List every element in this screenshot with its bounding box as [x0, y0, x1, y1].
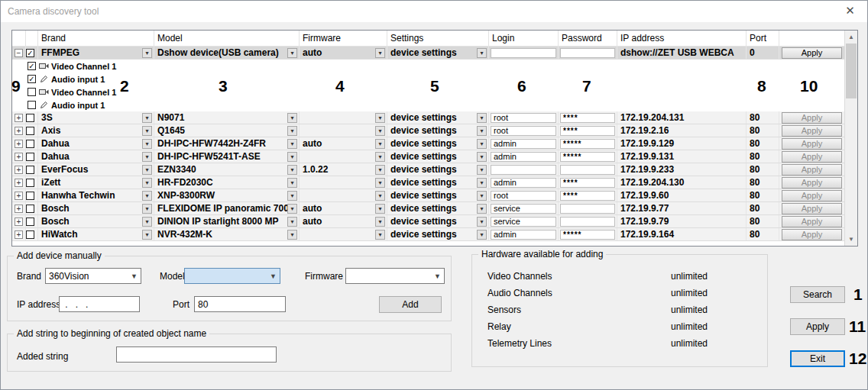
collapse-toggle[interactable]: −	[15, 49, 23, 57]
model-select[interactable]: NVR-432M-K▾	[154, 228, 300, 240]
search-button[interactable]: Search	[790, 286, 845, 303]
device-row[interactable]: +iZett▾HR-FD2030C▾▾device settings▾admin…	[12, 176, 844, 189]
settings-select[interactable]: device settings▾	[387, 111, 489, 124]
dropdown-arrow-icon[interactable]: ▾	[287, 152, 297, 162]
password-input[interactable]	[560, 204, 615, 214]
port-value[interactable]: 80	[747, 189, 779, 201]
dropdown-arrow-icon[interactable]: ▾	[142, 217, 152, 227]
dropdown-arrow-icon[interactable]: ▾	[142, 113, 152, 123]
firmware-select[interactable]: ▾	[300, 124, 387, 137]
device-checkbox[interactable]	[26, 205, 34, 213]
dropdown-arrow-icon[interactable]: ▾	[375, 113, 385, 123]
login-input[interactable]: admin	[491, 230, 556, 240]
dropdown-arrow-icon[interactable]: ▾	[477, 126, 487, 136]
dropdown-arrow-icon[interactable]: ▾	[287, 191, 297, 201]
dropdown-arrow-icon[interactable]: ▾	[477, 178, 487, 188]
firmware-select[interactable]: auto▾	[300, 47, 387, 59]
firmware-select[interactable]: ▾	[300, 189, 387, 201]
model-select[interactable]: Dshow device(USB camera)▾	[154, 47, 300, 59]
login-input[interactable]: root	[491, 191, 556, 201]
device-checkbox[interactable]	[26, 218, 34, 226]
dropdown-arrow-icon[interactable]: ▾	[375, 204, 385, 214]
port-value[interactable]: 80	[747, 111, 779, 124]
scrollbar-thumb[interactable]	[846, 44, 857, 98]
model-select[interactable]: DH-IPC-HFW7442H-Z4FR▾	[154, 137, 300, 150]
model-select[interactable]: EZN3340▾	[154, 163, 300, 176]
device-row[interactable]: +Bosch▾FLEXIDOME IP panoramic 7000▾auto▾…	[12, 202, 844, 215]
settings-select[interactable]: device settings▾	[387, 228, 489, 240]
dropdown-arrow-icon[interactable]: ▾	[287, 48, 297, 58]
expand-toggle[interactable]: +	[15, 127, 23, 135]
port-input[interactable]: 80	[194, 296, 286, 312]
firmware-select[interactable]: ▾	[300, 228, 387, 240]
chevron-down-icon[interactable]: ▼	[267, 269, 280, 283]
firmware-select[interactable]: auto▾	[300, 202, 387, 214]
password-input[interactable]: ****	[560, 178, 615, 188]
expand-toggle[interactable]: +	[15, 179, 23, 187]
password-input[interactable]	[560, 217, 615, 227]
port-value[interactable]: 80	[747, 202, 779, 214]
dropdown-arrow-icon[interactable]: ▾	[287, 139, 297, 149]
dropdown-arrow-icon[interactable]: ▾	[477, 113, 487, 123]
brand-select[interactable]: 3S▾	[38, 111, 154, 124]
brand-select[interactable]: Dahua▾	[38, 137, 154, 150]
chevron-down-icon[interactable]: ▼	[128, 269, 141, 283]
device-checkbox[interactable]	[26, 140, 34, 148]
chevron-down-icon[interactable]: ▼	[431, 269, 444, 283]
vertical-scrollbar[interactable]: ▲ ▼	[844, 31, 857, 246]
settings-select[interactable]: device settings▾	[387, 202, 489, 214]
firmware-select[interactable]: auto▾	[300, 215, 387, 227]
dropdown-arrow-icon[interactable]: ▾	[142, 191, 152, 201]
device-row[interactable]: +HiWatch▾NVR-432M-K▾▾device settings▾adm…	[12, 228, 844, 241]
channel-row[interactable]: Video Channel 1	[12, 60, 844, 73]
channel-checkbox[interactable]	[28, 88, 36, 96]
device-row[interactable]: +Axis▾Q1645▾▾device settings▾root****172…	[12, 124, 844, 137]
dropdown-arrow-icon[interactable]: ▾	[375, 139, 385, 149]
settings-select[interactable]: device settings▾	[387, 137, 489, 150]
channel-checkbox[interactable]	[28, 101, 36, 109]
brand-select[interactable]: Hanwha Techwin▾	[38, 189, 154, 201]
apply-row-button[interactable]: Apply	[782, 177, 842, 189]
added-string-input[interactable]	[116, 346, 277, 363]
dropdown-arrow-icon[interactable]: ▾	[477, 139, 487, 149]
dropdown-arrow-icon[interactable]: ▾	[477, 204, 487, 214]
brand-combobox[interactable]: 360Vision ▼	[45, 268, 141, 284]
dropdown-arrow-icon[interactable]: ▾	[477, 217, 487, 227]
channel-checkbox[interactable]	[28, 62, 36, 70]
expand-toggle[interactable]: +	[15, 140, 23, 148]
port-value[interactable]: 80	[747, 150, 779, 163]
expand-toggle[interactable]: +	[15, 218, 23, 226]
brand-select[interactable]: HiWatch▾	[38, 228, 154, 240]
device-row[interactable]: +Dahua▾DH-IPC-HFW5241T-ASE▾▾device setti…	[12, 150, 844, 163]
device-checkbox[interactable]	[26, 179, 34, 187]
dropdown-arrow-icon[interactable]: ▾	[375, 217, 385, 227]
dropdown-arrow-icon[interactable]: ▾	[477, 152, 487, 162]
channel-row[interactable]: Video Channel 1	[12, 85, 844, 98]
brand-select[interactable]: Bosch▾	[38, 202, 154, 214]
device-row[interactable]: +EverFocus▾EZN3340▾1.0.22▾device setting…	[12, 163, 844, 176]
model-select[interactable]: XNP-8300RW▾	[154, 189, 300, 201]
dropdown-arrow-icon[interactable]: ▾	[142, 178, 152, 188]
password-input[interactable]	[560, 48, 615, 58]
expand-toggle[interactable]: +	[15, 205, 23, 213]
dropdown-arrow-icon[interactable]: ▾	[287, 217, 297, 227]
settings-select[interactable]: device settings▾	[387, 163, 489, 176]
login-input[interactable]: service	[491, 217, 556, 227]
device-row[interactable]: +Bosch▾DINION IP starlight 8000 MP▾auto▾…	[12, 215, 844, 228]
dropdown-arrow-icon[interactable]: ▾	[375, 126, 385, 136]
dropdown-arrow-icon[interactable]: ▾	[287, 230, 297, 240]
device-checkbox[interactable]	[26, 230, 34, 239]
password-input[interactable]: ****	[560, 191, 615, 201]
password-input[interactable]: *****	[560, 230, 615, 240]
dropdown-arrow-icon[interactable]: ▾	[477, 230, 487, 240]
apply-row-button[interactable]: Apply	[782, 190, 842, 201]
login-input[interactable]	[491, 48, 556, 58]
device-checkbox[interactable]	[26, 49, 34, 57]
model-select[interactable]: N9071▾	[154, 111, 300, 124]
login-input[interactable]: admin	[491, 178, 556, 188]
apply-row-button[interactable]: Apply	[782, 47, 842, 59]
login-input[interactable]: root	[491, 113, 556, 123]
device-checkbox[interactable]	[26, 114, 34, 122]
channel-row[interactable]: Audio input 1	[12, 73, 844, 85]
expand-toggle[interactable]: +	[15, 114, 23, 122]
